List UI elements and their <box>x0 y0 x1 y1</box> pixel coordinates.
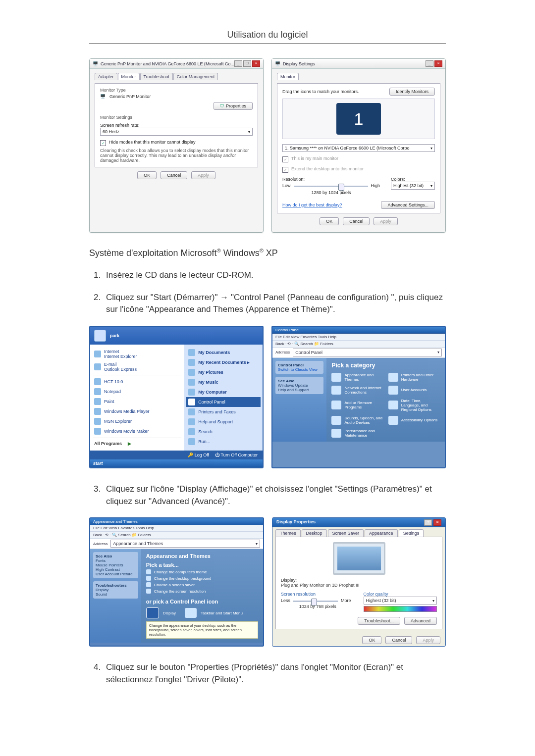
tab-troubleshoot[interactable]: Troubleshoot <box>140 73 173 80</box>
sm-printers[interactable]: Printers and Faxes <box>187 407 260 417</box>
start-button[interactable]: start <box>90 459 263 467</box>
tab-appearance[interactable]: Appearance <box>365 529 398 537</box>
advanced-button[interactable]: Advanced <box>404 617 437 625</box>
maximize-icon[interactable]: □ <box>243 60 251 67</box>
sm-my-computer[interactable]: My Computer <box>187 387 260 397</box>
color-quality-select[interactable]: Highest (32 bit) <box>364 597 437 605</box>
ok-button[interactable]: OK <box>320 217 339 225</box>
help-support-link[interactable]: Help and Support <box>278 388 321 392</box>
fonts-link[interactable]: Fonts <box>96 558 136 563</box>
monitor-1-icon[interactable]: 1 <box>336 103 381 135</box>
toolbar[interactable]: Back · ⟲ · 🔍 Search 📁 Folders <box>272 341 445 348</box>
arrow-icon <box>146 582 151 587</box>
task-screen-resolution[interactable]: Change the screen resolution <box>146 589 258 594</box>
window-title: Generic PnP Monitor and NVIDIA GeForce 6… <box>101 61 234 66</box>
tab-settings[interactable]: Settings <box>399 529 424 537</box>
sm-item-email[interactable]: E-mail Outlook Express <box>93 360 181 373</box>
tab-adapter[interactable]: Adapter <box>95 73 117 80</box>
address-bar[interactable]: Control Panel <box>293 349 442 356</box>
cat-printers[interactable]: Printers and Other Hardware <box>388 373 440 382</box>
sm-item-internet[interactable]: Internet Internet Explorer <box>93 348 181 360</box>
region-icon <box>388 401 398 409</box>
windows-update-link[interactable]: Windows Update <box>278 383 321 388</box>
ok-button[interactable]: OK <box>137 171 157 179</box>
apply-button[interactable]: Apply <box>191 171 215 179</box>
user-picture-link[interactable]: User Account Picture <box>96 572 136 576</box>
sm-my-pictures[interactable]: My Pictures <box>187 367 260 377</box>
sm-item-wmp[interactable]: Windows Media Player <box>93 406 181 416</box>
identify-monitors-button[interactable]: Identify Monitors <box>389 88 435 96</box>
sm-run[interactable]: Run... <box>187 437 260 447</box>
best-display-link[interactable]: How do I get the best display? <box>282 202 342 207</box>
sm-item-moviemaker[interactable]: Windows Movie Maker <box>93 426 181 436</box>
switch-classic-link[interactable]: Switch to Classic View <box>278 367 321 372</box>
close-icon[interactable]: × <box>433 519 441 526</box>
window-title: Display Properties <box>276 519 316 526</box>
help-icon[interactable]: ? <box>424 519 432 526</box>
figure-appearance-display: Appearance and Themes File Edit View Fav… <box>89 517 446 647</box>
toolbar[interactable]: Back · ⟲ · 🔍 Search 📁 Folders <box>90 532 263 539</box>
resolution-slider[interactable] <box>293 601 338 602</box>
task-change-background[interactable]: Change the desktop background <box>146 576 258 581</box>
tab-themes[interactable]: Themes <box>275 529 301 537</box>
sm-item-notepad[interactable]: Notepad <box>93 387 181 397</box>
menu-bar[interactable]: File Edit View Favorites Tools Help <box>90 525 263 532</box>
minimize-icon[interactable]: _ <box>426 60 433 67</box>
sm-recent-docs[interactable]: My Recent Documents ▸ <box>187 357 260 367</box>
cat-sounds[interactable]: Sounds, Speech, and Audio Devices <box>331 416 383 425</box>
sm-item-paint[interactable]: Paint <box>93 397 181 406</box>
sm-item-msn[interactable]: MSN Explorer <box>93 416 181 426</box>
refresh-rate-select[interactable]: 60 Hertz <box>100 128 253 136</box>
advanced-settings-button[interactable]: Advanced Settings... <box>381 201 435 209</box>
ok-button[interactable]: OK <box>362 636 381 644</box>
display-device-select[interactable]: 1. Samsung **** on NVIDIA GeForce 6600 L… <box>282 144 435 152</box>
turnoff-button[interactable]: ⏻ Turn Off Computer <box>215 453 258 457</box>
address-bar[interactable]: Appearance and Themes <box>110 540 260 548</box>
ts-sound-link[interactable]: Sound <box>96 592 136 597</box>
cancel-button[interactable]: Cancel <box>385 636 412 644</box>
properties-button[interactable]: 🛡 Properties <box>214 102 253 110</box>
sm-control-panel[interactable]: Control Panel <box>186 397 261 407</box>
hide-modes-checkbox[interactable]: ✓ <box>100 140 106 146</box>
high-contrast-link[interactable]: High Contrast <box>96 567 136 572</box>
arrow-icon <box>146 569 151 574</box>
cancel-button[interactable]: Cancel <box>343 217 370 225</box>
troubleshoot-button[interactable]: Troubleshoot... <box>358 617 400 625</box>
apply-button[interactable]: Apply <box>416 636 440 644</box>
cat-user-accounts[interactable]: User Accounts <box>388 386 440 395</box>
colors-select[interactable]: Highest (32 bit) <box>391 182 435 190</box>
close-icon[interactable]: × <box>252 60 260 67</box>
close-icon[interactable]: × <box>434 60 442 67</box>
sm-item-hct[interactable]: HCT 10.0 <box>93 377 181 387</box>
sm-my-music[interactable]: My Music <box>187 377 260 387</box>
sm-help[interactable]: Help and Support <box>187 417 260 427</box>
cat-network[interactable]: Network and Internet Connections <box>331 386 383 395</box>
tab-screen-saver[interactable]: Screen Saver <box>328 529 364 537</box>
cancel-button[interactable]: Cancel <box>160 171 187 179</box>
sm-my-documents[interactable]: My Documents <box>187 348 260 357</box>
logoff-button[interactable]: 🔑 Log Off <box>188 453 209 457</box>
cp-display-icon[interactable]: Display <box>146 607 176 618</box>
tab-desktop[interactable]: Desktop <box>302 529 327 537</box>
tab-monitor[interactable]: Monitor <box>277 73 299 80</box>
resolution-slider[interactable] <box>294 186 368 187</box>
tab-color-management[interactable]: Color Management <box>173 73 218 80</box>
minimize-icon[interactable]: _ <box>234 60 242 67</box>
ts-display-link[interactable]: Display <box>96 588 136 592</box>
monitor-arrangement-preview[interactable]: 1 <box>282 99 435 139</box>
cat-add-remove[interactable]: Add or Remove Programs <box>331 399 383 412</box>
sm-search[interactable]: Search <box>187 427 260 437</box>
task-screen-saver[interactable]: Choose a screen saver <box>146 582 258 587</box>
cat-appearance-themes[interactable]: Appearance and Themes <box>331 373 383 382</box>
task-change-theme[interactable]: Change the computer's theme <box>146 569 258 574</box>
sm-all-programs[interactable]: All Programs▶ <box>93 440 181 448</box>
monitor-settings-label: Monitor Settings <box>100 115 253 120</box>
tab-monitor[interactable]: Monitor <box>118 73 140 80</box>
cat-performance[interactable]: Performance and Maintenance <box>331 429 383 438</box>
mouse-pointers-link[interactable]: Mouse Pointers <box>96 563 136 567</box>
menu-bar[interactable]: File Edit View Favorites Tools Help <box>272 334 445 341</box>
cat-date-time[interactable]: Date, Time, Language, and Regional Optio… <box>388 399 440 412</box>
cp-taskbar-icon[interactable]: Taskbar and Start Menu <box>185 607 243 618</box>
cat-accessibility[interactable]: Accessibility Options <box>388 416 440 425</box>
apply-button[interactable]: Apply <box>374 217 398 225</box>
